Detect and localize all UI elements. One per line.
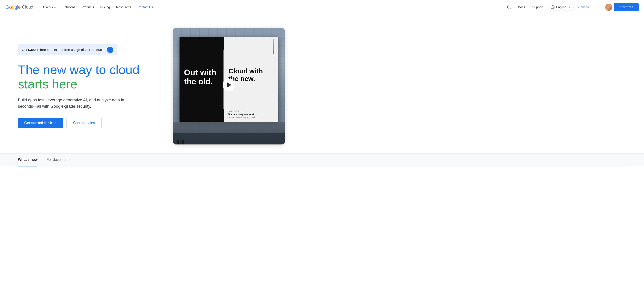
arrow-icon: →: [108, 48, 112, 52]
hero-title: The new way to cloud starts here: [18, 62, 152, 92]
banner-prefix: Get: [22, 48, 28, 52]
billboard-tagline: The new○way to cloud.: [228, 113, 275, 116]
tabs-section: What's new For developers: [0, 154, 644, 166]
billboard-left: Out with the old.: [180, 37, 224, 122]
nav-item-resources[interactable]: Resources: [114, 4, 134, 11]
language-label: English: [556, 6, 566, 9]
hero-left: Get $300 in free credits and free usage …: [18, 44, 152, 128]
svg-point-4: [598, 6, 599, 6]
hero-title-line1: The new way to cloud: [18, 62, 152, 77]
svg-line-1: [510, 8, 511, 9]
billboard-brand: Google Cloud: [228, 110, 275, 112]
logo-o-yellow: o: [12, 4, 14, 10]
get-started-button[interactable]: Get started for free: [18, 118, 63, 128]
promo-banner: Get $300 in free credits and free usage …: [18, 44, 117, 56]
nav-item-products[interactable]: Products: [79, 4, 97, 11]
svg-point-6: [598, 8, 599, 9]
search-icon: [507, 5, 511, 10]
logo-g-blue: G: [6, 4, 9, 10]
hero-right: Out with the old. Cloud with the new.: [166, 28, 292, 144]
billboard-sub: Explore the new way at g.co/cloud: [228, 116, 275, 118]
logo-e-red: e: [18, 4, 21, 10]
video-container[interactable]: Out with the old. Cloud with the new.: [173, 28, 285, 144]
contact-sales-button[interactable]: Contact sales: [66, 118, 102, 128]
logo-link[interactable]: Google Cloud: [6, 4, 33, 10]
nav-item-contact[interactable]: Contact Us: [135, 4, 156, 11]
more-options-button[interactable]: [594, 3, 604, 12]
google-cloud-logo: Google Cloud: [6, 4, 33, 10]
hero-section: Get $300 in free credits and free usage …: [0, 14, 644, 154]
nav-right: Docs Support English Console Start free: [504, 3, 638, 12]
tab-whats-new[interactable]: What's new: [18, 154, 38, 166]
navbar: Google Cloud Overview Solutions Products…: [0, 0, 644, 14]
language-selector[interactable]: English: [548, 4, 574, 11]
billboard-right-text: Cloud with the new.: [228, 67, 274, 83]
avatar[interactable]: [605, 4, 612, 11]
logo-o-red: o: [9, 4, 12, 10]
tab-for-developers[interactable]: For developers: [46, 154, 70, 166]
banner-text: Get $300 in free credits and free usage …: [22, 48, 104, 52]
avatar-image: [605, 4, 612, 11]
play-icon: [227, 82, 231, 87]
nav-item-overview[interactable]: Overview: [40, 4, 59, 11]
docs-link[interactable]: Docs: [515, 4, 528, 11]
nav-item-pricing[interactable]: Pricing: [98, 4, 113, 11]
start-free-button[interactable]: Start free: [614, 3, 638, 11]
banner-suffix: in free credits and free usage of 20+ pr…: [36, 48, 104, 52]
svg-point-5: [598, 7, 599, 8]
banner-arrow-button[interactable]: →: [107, 47, 113, 53]
hero-subtitle: Build apps fast, leverage generative AI,…: [18, 97, 135, 110]
search-button[interactable]: [504, 3, 514, 12]
console-link[interactable]: Console: [576, 4, 592, 11]
vertical-dots-icon: [597, 5, 601, 10]
support-link[interactable]: Support: [530, 4, 546, 11]
svg-point-0: [508, 6, 510, 8]
hero-buttons: Get started for free Contact sales: [18, 118, 152, 128]
billboard-left-text: Out with the old.: [184, 68, 220, 86]
hero-title-line2: starts here: [18, 77, 152, 91]
logo-cloud-text: Cloud: [22, 4, 33, 10]
nav-links: Overview Solutions Products Pricing Reso…: [40, 4, 505, 11]
chevron-down-icon: [568, 6, 571, 9]
logo-g-blue2: g: [14, 4, 17, 10]
globe-icon: [551, 5, 555, 9]
tabs-row: What's new For developers: [18, 154, 626, 166]
nav-item-solutions[interactable]: Solutions: [60, 4, 78, 11]
banner-highlight: $300: [28, 48, 36, 52]
play-button[interactable]: [222, 78, 235, 91]
